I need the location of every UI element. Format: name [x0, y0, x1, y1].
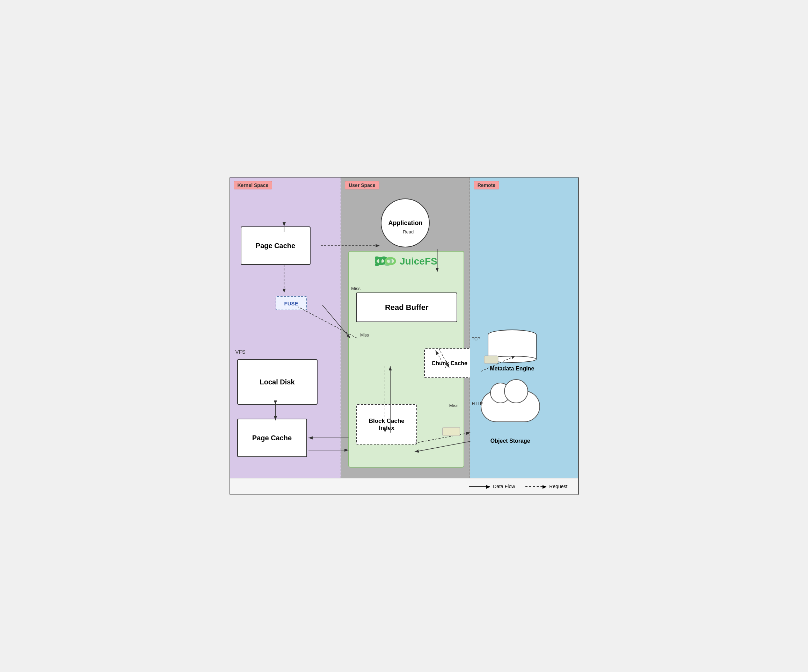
read-buffer-box: Read Buffer: [356, 293, 457, 322]
main-area: Kernel Space Page Cache FUSE VFS Local D…: [230, 177, 578, 478]
miss-top-label: Miss: [351, 286, 361, 291]
request-arrow: ▶: [525, 486, 546, 487]
block-cache-index-box: Block Cache Index: [356, 405, 417, 445]
page-cache-top-box: Page Cache: [241, 226, 311, 265]
request-legend: ▶ Request: [525, 484, 567, 489]
miss-middle-label: Miss: [360, 333, 369, 338]
cylinder-shape: [487, 328, 537, 363]
juicefs-logo: JuiceFS: [352, 255, 460, 267]
data-flow-legend: ▶ Data Flow: [469, 484, 515, 489]
request-label: Request: [549, 484, 567, 489]
kernel-space-label: Kernel Space: [234, 181, 272, 189]
local-disk-box: Local Disk: [237, 359, 317, 405]
user-space-label: User Space: [345, 181, 379, 189]
tcp-label: TCP: [472, 336, 480, 341]
read-top-label: Read: [403, 229, 414, 234]
object-storage-container: Object Storage: [477, 391, 544, 444]
chunk-cache-box: Chunk Cache: [424, 348, 475, 378]
juicefs-text: JuiceFS: [400, 256, 437, 267]
page-cache-bottom-box: Page Cache: [237, 419, 307, 457]
http-label: HTTP: [472, 401, 483, 406]
diagram-wrapper: Kernel Space Page Cache FUSE VFS Local D…: [229, 177, 579, 495]
cylinder-bottom: [487, 356, 537, 363]
application-circle: Application: [381, 199, 430, 247]
user-space-panel: User Space Application JuiceFS: [341, 177, 470, 478]
kernel-space-panel: Kernel Space Page Cache FUSE VFS Local D…: [230, 177, 342, 478]
juicefs-icon: [375, 255, 396, 267]
remote-label: Remote: [474, 181, 499, 189]
cloud-shape: [481, 391, 540, 422]
data-flow-arrow: ▶: [469, 486, 490, 487]
legend: ▶ Data Flow ▶ Request: [230, 478, 578, 495]
vfs-label: VFS: [235, 349, 245, 355]
juicefs-area: JuiceFS Read Buffer Chunk Cache Block Ca…: [348, 251, 464, 468]
object-storage-label: Object Storage: [477, 438, 544, 444]
fuse-box: FUSE: [275, 296, 307, 310]
data-flow-label: Data Flow: [493, 484, 515, 489]
metadata-engine-label: Metadata Engine: [484, 366, 540, 372]
miss-bottom-label: Miss: [449, 403, 459, 408]
metadata-engine-container: Metadata Engine: [484, 328, 540, 372]
remote-space-panel: Remote Metadata Engine Object Storage TC…: [470, 177, 578, 478]
